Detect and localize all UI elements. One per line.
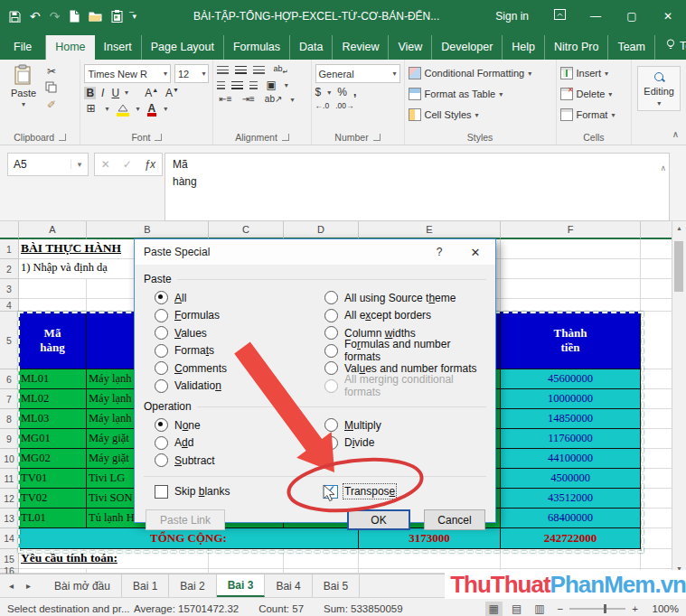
redo-button[interactable]: ↷: [50, 10, 61, 23]
radio-formulas[interactable]: Formulas: [155, 307, 324, 325]
radio-validation[interactable]: Validation: [155, 378, 324, 396]
ribbon-display-options-icon[interactable]: [541, 0, 578, 33]
merge-center-icon[interactable]: ▣: [264, 79, 277, 91]
ok-button[interactable]: OK: [347, 509, 410, 530]
cancel-icon[interactable]: ✕: [101, 158, 110, 171]
cell[interactable]: [641, 369, 673, 389]
scrollbar-thumb[interactable]: [674, 241, 683, 292]
new-file-icon[interactable]: [69, 10, 80, 23]
insert-cells-button[interactable]: Insert▾: [560, 64, 616, 82]
cell-a15[interactable]: Yêu cầu tính toán:: [19, 549, 209, 569]
cell-code[interactable]: TV01: [19, 469, 87, 489]
page-layout-view-icon[interactable]: ▤: [508, 602, 525, 616]
insert-function-icon[interactable]: ƒx: [144, 158, 155, 171]
up-scroll-icon[interactable]: ▲: [672, 221, 686, 235]
row-header-7[interactable]: 7: [0, 389, 19, 409]
format-as-table-button[interactable]: Format as Table▾: [409, 85, 532, 103]
cell[interactable]: [359, 549, 501, 569]
col-header-F[interactable]: F: [501, 221, 641, 239]
cell-a5-ma-hang[interactable]: Mãhàng: [19, 312, 87, 369]
align-left-icon[interactable]: [217, 81, 225, 89]
row-header-8[interactable]: 8: [0, 409, 19, 429]
cell[interactable]: [641, 509, 673, 528]
cell[interactable]: [501, 239, 641, 259]
comma-style-icon[interactable]: ,: [353, 86, 356, 98]
borders-icon[interactable]: ⊞: [84, 102, 97, 115]
dialog-title-bar[interactable]: Paste Special ? ✕: [135, 239, 495, 266]
transpose-checkbox[interactable]: Transpose: [324, 483, 486, 501]
radio-subtract[interactable]: Subtract: [155, 452, 324, 470]
align-center-icon[interactable]: [231, 81, 243, 89]
tab-data[interactable]: Data: [290, 35, 333, 60]
cell-code[interactable]: ML01: [19, 369, 87, 389]
open-folder-icon[interactable]: [89, 11, 102, 22]
row-header-2[interactable]: 2: [0, 259, 19, 279]
sheet-tab-bai-2[interactable]: Bai 2: [169, 574, 216, 597]
row-header-10[interactable]: 10: [0, 449, 19, 469]
sheet-tab-bai-5[interactable]: Bai 5: [313, 574, 360, 597]
radio-formulas-and-number-formats[interactable]: Formulas and number formats: [324, 342, 486, 360]
font-name-select[interactable]: Times New R▾: [84, 64, 171, 83]
cell-styles-button[interactable]: Cell Styles▾: [409, 106, 532, 124]
zoom-in-icon[interactable]: +: [632, 603, 638, 614]
cell-amount[interactable]: 45600000: [501, 369, 641, 389]
undo-button[interactable]: ↶: [30, 10, 41, 23]
radio-none[interactable]: None: [155, 416, 324, 434]
cell-code[interactable]: ML02: [19, 389, 87, 409]
copy-icon[interactable]: [45, 81, 58, 95]
sheet-tab-bai-1[interactable]: Bai 1: [122, 574, 169, 597]
increase-font-size-icon[interactable]: A▲: [143, 86, 160, 99]
page-break-view-icon[interactable]: ▥: [531, 602, 548, 616]
radio-formats[interactable]: Formats: [155, 342, 324, 360]
format-cells-button[interactable]: Format▾: [560, 106, 616, 124]
sheet-tab-bai-mo-dau[interactable]: Bài mở đầu: [43, 574, 122, 597]
cell[interactable]: [641, 312, 673, 369]
cell[interactable]: [641, 528, 673, 549]
cell-amount[interactable]: 10000000: [501, 389, 641, 409]
tab-team[interactable]: Team: [608, 35, 655, 60]
radio-all-using-source-theme[interactable]: All using Source theme: [324, 289, 486, 307]
row-header-6[interactable]: 6: [0, 369, 19, 389]
col-header-A[interactable]: A: [19, 221, 87, 239]
radio-comments[interactable]: Comments: [155, 359, 324, 378]
col-header-B[interactable]: B: [87, 221, 209, 239]
row-header-4[interactable]: 4: [0, 299, 19, 312]
delete-cells-button[interactable]: Delete▾: [560, 85, 616, 103]
middle-align-icon[interactable]: [235, 66, 247, 74]
cell-code[interactable]: ML03: [19, 409, 87, 429]
cell-amount[interactable]: 4500000: [501, 469, 641, 489]
cell-tong-cong[interactable]: TỔNG CỘNG:: [19, 528, 359, 549]
format-painter-icon[interactable]: ✐: [45, 98, 58, 111]
close-button[interactable]: ✕: [650, 0, 686, 33]
cell-code[interactable]: TV02: [19, 489, 87, 509]
tab-file[interactable]: File: [0, 35, 46, 60]
radio-all[interactable]: All: [155, 289, 324, 307]
font-dialog-launcher-icon[interactable]: [155, 134, 162, 141]
cell[interactable]: [641, 299, 673, 312]
cell[interactable]: [641, 409, 673, 429]
wrap-text-icon[interactable]: ab↵: [271, 64, 289, 76]
cell-amount[interactable]: 68400000: [501, 509, 641, 528]
tell-me-box[interactable]: Tell me: [655, 33, 686, 60]
radio-add[interactable]: Add: [155, 434, 324, 453]
cell[interactable]: [641, 239, 673, 259]
cell[interactable]: [19, 279, 87, 299]
minimize-button[interactable]: —: [578, 0, 614, 33]
sheet-tab-bai-4[interactable]: Bai 4: [265, 574, 312, 597]
cell[interactable]: [501, 549, 641, 569]
zoom-out-icon[interactable]: −: [558, 603, 564, 614]
decrease-decimal-icon[interactable]: .00→: [335, 101, 353, 110]
tab-help[interactable]: Help: [503, 35, 545, 60]
zoom-slider-thumb[interactable]: [604, 604, 606, 613]
row-header-13[interactable]: 13: [0, 509, 19, 528]
cancel-button[interactable]: Cancel: [424, 509, 485, 530]
radio-values[interactable]: Values: [155, 324, 324, 342]
cell-amount[interactable]: 44100000: [501, 449, 641, 469]
tab-nitro-pro[interactable]: Nitro Pro: [545, 35, 608, 60]
row-header-14[interactable]: 14: [0, 528, 19, 549]
name-box[interactable]: A5 ▾: [7, 153, 89, 176]
cell[interactable]: [641, 469, 673, 489]
cell-code[interactable]: MG01: [19, 429, 87, 449]
sign-in-button[interactable]: Sign in: [495, 10, 529, 23]
orientation-icon[interactable]: ab↗: [263, 94, 285, 105]
